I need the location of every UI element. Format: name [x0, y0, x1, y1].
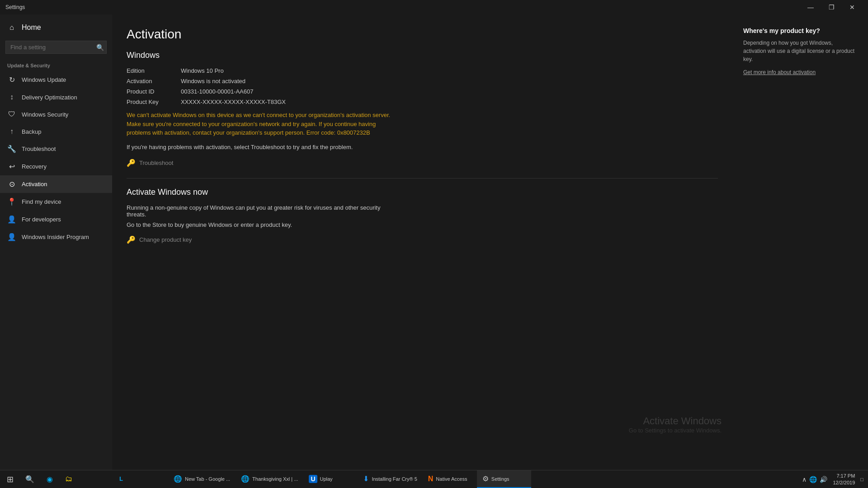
activation-row: Activation Windows is not activated — [127, 78, 718, 84]
activate-desc2: Go to the Store to buy genuine Windows o… — [127, 221, 398, 228]
section-windows-title: Windows — [127, 51, 718, 60]
taskbar-item-chrome-thanksgiving[interactable]: 🌐 Thanksgiving Xxl | ... — [236, 470, 303, 488]
native-access-icon: N — [428, 475, 434, 483]
right-panel-link[interactable]: Get more info about activation — [743, 69, 816, 75]
right-panel-desc: Depending on how you got Windows, activa… — [743, 39, 857, 63]
section-divider — [127, 178, 718, 178]
edition-row: Edition Windows 10 Pro — [127, 67, 718, 74]
sidebar-item-label: Activation — [22, 181, 47, 188]
taskbar-farcry-label: Installing Far Cry® 5 — [372, 476, 417, 482]
activation-status: Windows is not activated — [181, 78, 245, 84]
find-device-icon: 📍 — [7, 197, 16, 206]
sidebar-item-label: Troubleshoot — [22, 145, 56, 152]
window-title: Settings — [5, 4, 800, 10]
minimize-button[interactable]: — — [800, 0, 821, 14]
chevron-icon[interactable]: ∧ — [802, 476, 807, 483]
change-product-key-label: Change product key — [139, 236, 192, 243]
right-panel-title: Where's my product key? — [743, 27, 857, 34]
taskbar-items: 🗂 L 🌐 New Tab - Google ... 🌐 Thanksgivin… — [60, 470, 797, 488]
title-bar: Settings — ❐ ✕ — [0, 0, 868, 14]
taskbar-settings-label: Settings — [491, 476, 509, 482]
live-icon: L — [119, 475, 123, 482]
sidebar-item-activation[interactable]: ⊙ Activation — [0, 175, 112, 193]
taskbar-item-newtab-label: New Tab - Google ... — [185, 476, 230, 482]
chrome-icon: 🌐 — [174, 475, 182, 483]
sidebar-item-recovery[interactable]: ↩ Recovery — [0, 158, 112, 175]
sidebar-item-label: Windows Insider Program — [22, 234, 89, 240]
search-box: 🔍 — [5, 41, 107, 54]
close-button[interactable]: ✕ — [842, 0, 863, 14]
sidebar-item-label: For developers — [22, 216, 61, 223]
restore-button[interactable]: ❐ — [821, 0, 842, 14]
sidebar-item-label: Windows Update — [22, 76, 66, 83]
activation-icon: ⊙ — [7, 180, 16, 188]
taskbar-item-live[interactable]: L — [114, 470, 168, 488]
date-display: 12/2/2019 — [833, 479, 855, 486]
taskbar-item-uplay[interactable]: U Uplay — [303, 470, 358, 488]
sidebar-home-label: Home — [22, 23, 41, 32]
taskbar-search-button[interactable]: 🔍 — [20, 470, 40, 488]
network-icon[interactable]: 🌐 — [809, 476, 817, 483]
sidebar-item-for-developers[interactable]: 👤 For developers — [0, 211, 112, 228]
notification-icon[interactable]: □ — [860, 477, 863, 482]
taskbar-item-native-access[interactable]: N Native Access — [423, 470, 477, 488]
product-key-row: Product Key XXXXX-XXXXX-XXXXX-XXXXX-T83G… — [127, 99, 718, 105]
clock[interactable]: 7:17 PM 12/2/2019 — [829, 473, 859, 486]
sidebar-item-label: Delivery Optimization — [22, 94, 77, 101]
sidebar-section-label: Update & Security — [0, 57, 112, 71]
taskbar-item-settings[interactable]: ⚙ Settings — [477, 470, 531, 488]
sidebar-item-troubleshoot[interactable]: 🔧 Troubleshoot — [0, 140, 112, 158]
windows-insider-icon: 👤 — [7, 233, 16, 241]
sidebar-item-delivery-optimization[interactable]: ↕ Delivery Optimization — [0, 89, 112, 106]
sidebar: ⌂ Home 🔍 Update & Security ↻ Windows Upd… — [0, 14, 112, 470]
recovery-icon: ↩ — [7, 162, 16, 171]
search-icon: 🔍 — [96, 44, 104, 51]
activate-section-title: Activate Windows now — [127, 188, 718, 197]
change-key-icon: 🔑 — [127, 235, 136, 244]
product-id-label: Product ID — [127, 88, 181, 95]
uplay-icon: U — [309, 475, 317, 483]
product-key-label: Product Key — [127, 99, 181, 105]
sidebar-item-windows-insider[interactable]: 👤 Windows Insider Program — [0, 228, 112, 246]
sidebar-item-find-device[interactable]: 📍 Find my device — [0, 193, 112, 211]
page-title: Activation — [127, 27, 718, 42]
delivery-optimization-icon: ↕ — [7, 93, 16, 101]
product-key-value: XXXXX-XXXXX-XXXXX-XXXXX-T83GX — [181, 99, 286, 105]
taskbar-item-explorer[interactable]: 🗂 — [60, 470, 114, 488]
product-id-row: Product ID 00331-10000-00001-AA607 — [127, 88, 718, 95]
activation-watermark: Activate Windows Go to Settings to activ… — [629, 415, 722, 434]
taskbar-uplay-label: Uplay — [320, 476, 333, 482]
settings-icon: ⚙ — [482, 474, 489, 483]
sidebar-item-windows-update[interactable]: ↻ Windows Update — [0, 71, 112, 89]
change-product-key-link[interactable]: 🔑 Change product key — [127, 235, 718, 244]
home-icon: ⌂ — [7, 23, 16, 32]
content-area: Activation Windows Edition Windows 10 Pr… — [112, 14, 732, 470]
windows-security-icon: 🛡 — [7, 110, 16, 118]
product-id-value: 00331-10000-00001-AA607 — [181, 88, 253, 95]
taskbar-native-access-label: Native Access — [436, 476, 467, 482]
troubleshoot-icon: 🔧 — [7, 145, 16, 153]
window-controls: — ❐ ✕ — [800, 0, 863, 14]
sidebar-item-windows-security[interactable]: 🛡 Windows Security — [0, 106, 112, 123]
taskbar: ⊞ 🔍 ◉ 🗂 L 🌐 New Tab - Google ... 🌐 Thank… — [0, 470, 868, 488]
sidebar-item-backup[interactable]: ↑ Backup — [0, 123, 112, 140]
troubleshoot-link-label: Troubleshoot — [139, 160, 173, 166]
cortana-button[interactable]: ◉ — [40, 470, 60, 488]
troubleshoot-link[interactable]: 🔑 Troubleshoot — [127, 159, 718, 167]
start-button[interactable]: ⊞ — [0, 470, 20, 488]
sidebar-item-label: Backup — [22, 128, 41, 135]
search-input[interactable] — [5, 41, 107, 54]
watermark-title: Activate Windows — [629, 415, 722, 427]
for-developers-icon: 👤 — [7, 215, 16, 224]
sidebar-item-home[interactable]: ⌂ Home — [0, 18, 112, 37]
taskbar-item-chrome-newtab[interactable]: 🌐 New Tab - Google ... — [168, 470, 236, 488]
system-tray: ∧ 🌐 🔊 — [802, 476, 827, 483]
activate-desc1: Running a non-genuine copy of Windows ca… — [127, 204, 398, 218]
volume-icon[interactable]: 🔊 — [820, 476, 827, 483]
taskbar-item-farcry[interactable]: ⬇ Installing Far Cry® 5 — [358, 470, 422, 488]
troubleshoot-link-icon: 🔑 — [127, 159, 136, 167]
backup-icon: ↑ — [7, 127, 16, 136]
watermark-subtitle: Go to Settings to activate Windows. — [629, 427, 722, 434]
windows-update-icon: ↻ — [7, 75, 16, 84]
sidebar-item-label: Find my device — [22, 198, 61, 205]
